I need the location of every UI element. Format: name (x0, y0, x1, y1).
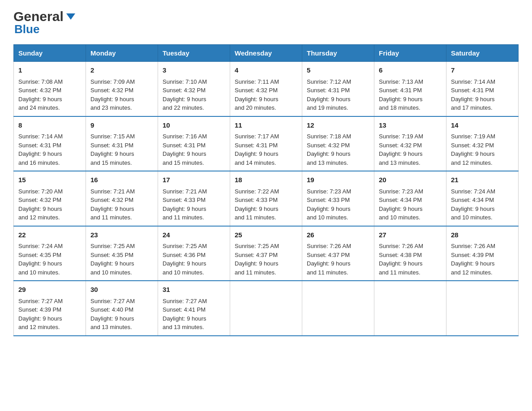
calendar-cell: 22Sunrise: 7:24 AMSunset: 4:35 PMDayligh… (14, 226, 86, 281)
header-saturday: Saturday (446, 45, 519, 62)
day-number: 7 (451, 65, 514, 76)
logo-triangle-icon (64, 10, 77, 22)
day-number: 12 (307, 120, 369, 131)
day-number: 6 (379, 65, 442, 76)
day-info: Sunrise: 7:23 AMSunset: 4:33 PMDaylight:… (307, 188, 351, 221)
svg-marker-0 (66, 13, 75, 20)
calendar-cell: 5Sunrise: 7:12 AMSunset: 4:31 PMDaylight… (302, 62, 374, 116)
calendar-cell: 1Sunrise: 7:08 AMSunset: 4:32 PMDaylight… (14, 62, 86, 116)
day-info: Sunrise: 7:25 AMSunset: 4:36 PMDaylight:… (163, 243, 207, 276)
day-number: 21 (451, 175, 514, 185)
calendar-cell: 29Sunrise: 7:27 AMSunset: 4:39 PMDayligh… (14, 281, 86, 336)
day-info: Sunrise: 7:23 AMSunset: 4:34 PMDaylight:… (379, 188, 423, 221)
day-number: 10 (163, 120, 225, 131)
calendar-cell: 3Sunrise: 7:10 AMSunset: 4:32 PMDaylight… (158, 62, 230, 116)
day-number: 13 (379, 120, 442, 131)
day-number: 25 (235, 230, 297, 240)
day-number: 5 (307, 65, 369, 76)
logo-general-text: General (13, 9, 64, 24)
calendar-cell: 6Sunrise: 7:13 AMSunset: 4:31 PMDaylight… (374, 62, 446, 116)
calendar-week-row: 8Sunrise: 7:14 AMSunset: 4:31 PMDaylight… (14, 116, 519, 171)
day-number: 9 (90, 120, 153, 131)
calendar-cell (374, 281, 446, 336)
header-monday: Monday (86, 45, 158, 62)
day-info: Sunrise: 7:27 AMSunset: 4:40 PMDaylight:… (90, 298, 135, 331)
day-info: Sunrise: 7:12 AMSunset: 4:31 PMDaylight:… (307, 78, 351, 111)
day-number: 1 (18, 65, 81, 76)
day-info: Sunrise: 7:10 AMSunset: 4:32 PMDaylight:… (163, 78, 207, 111)
calendar-cell: 4Sunrise: 7:11 AMSunset: 4:32 PMDaylight… (230, 62, 302, 116)
page-header: General Blue (13, 9, 519, 36)
day-info: Sunrise: 7:26 AMSunset: 4:38 PMDaylight:… (379, 243, 423, 276)
calendar-cell: 17Sunrise: 7:21 AMSunset: 4:33 PMDayligh… (158, 171, 230, 226)
calendar-cell: 25Sunrise: 7:25 AMSunset: 4:37 PMDayligh… (230, 226, 302, 281)
day-number: 28 (451, 230, 514, 240)
calendar-week-row: 1Sunrise: 7:08 AMSunset: 4:32 PMDaylight… (14, 62, 519, 116)
header-thursday: Thursday (302, 45, 374, 62)
day-info: Sunrise: 7:17 AMSunset: 4:31 PMDaylight:… (235, 133, 279, 166)
day-info: Sunrise: 7:15 AMSunset: 4:31 PMDaylight:… (90, 133, 135, 166)
day-number: 15 (18, 175, 81, 185)
day-info: Sunrise: 7:19 AMSunset: 4:32 PMDaylight:… (379, 133, 423, 166)
day-info: Sunrise: 7:18 AMSunset: 4:32 PMDaylight:… (307, 133, 351, 166)
calendar-week-row: 15Sunrise: 7:20 AMSunset: 4:32 PMDayligh… (14, 171, 519, 226)
calendar-cell: 30Sunrise: 7:27 AMSunset: 4:40 PMDayligh… (86, 281, 158, 336)
day-info: Sunrise: 7:14 AMSunset: 4:31 PMDaylight:… (18, 133, 63, 166)
calendar-cell: 7Sunrise: 7:14 AMSunset: 4:31 PMDaylight… (446, 62, 519, 116)
calendar-cell: 27Sunrise: 7:26 AMSunset: 4:38 PMDayligh… (374, 226, 446, 281)
calendar-cell (302, 281, 374, 336)
day-info: Sunrise: 7:14 AMSunset: 4:31 PMDaylight:… (451, 78, 495, 111)
logo-blue-text: Blue (14, 22, 39, 36)
calendar-cell: 31Sunrise: 7:27 AMSunset: 4:41 PMDayligh… (158, 281, 230, 336)
header-wednesday: Wednesday (230, 45, 302, 62)
day-number: 30 (90, 285, 153, 295)
day-info: Sunrise: 7:27 AMSunset: 4:39 PMDaylight:… (18, 298, 63, 331)
day-info: Sunrise: 7:22 AMSunset: 4:33 PMDaylight:… (235, 188, 279, 221)
calendar-week-row: 22Sunrise: 7:24 AMSunset: 4:35 PMDayligh… (14, 226, 519, 281)
calendar-cell: 15Sunrise: 7:20 AMSunset: 4:32 PMDayligh… (14, 171, 86, 226)
calendar-cell: 14Sunrise: 7:19 AMSunset: 4:32 PMDayligh… (446, 116, 519, 171)
calendar-cell: 19Sunrise: 7:23 AMSunset: 4:33 PMDayligh… (302, 171, 374, 226)
calendar-cell: 10Sunrise: 7:16 AMSunset: 4:31 PMDayligh… (158, 116, 230, 171)
header-sunday: Sunday (14, 45, 86, 62)
calendar-cell: 9Sunrise: 7:15 AMSunset: 4:31 PMDaylight… (86, 116, 158, 171)
calendar-header-row: SundayMondayTuesdayWednesdayThursdayFrid… (14, 45, 519, 62)
day-info: Sunrise: 7:13 AMSunset: 4:31 PMDaylight:… (379, 78, 423, 111)
logo: General Blue (13, 9, 77, 36)
calendar-cell: 18Sunrise: 7:22 AMSunset: 4:33 PMDayligh… (230, 171, 302, 226)
calendar-week-row: 29Sunrise: 7:27 AMSunset: 4:39 PMDayligh… (14, 281, 519, 336)
calendar-cell: 20Sunrise: 7:23 AMSunset: 4:34 PMDayligh… (374, 171, 446, 226)
day-info: Sunrise: 7:09 AMSunset: 4:32 PMDaylight:… (90, 78, 135, 111)
day-number: 4 (235, 65, 297, 76)
day-info: Sunrise: 7:24 AMSunset: 4:35 PMDaylight:… (18, 243, 63, 276)
day-info: Sunrise: 7:08 AMSunset: 4:32 PMDaylight:… (18, 78, 63, 111)
calendar-cell (230, 281, 302, 336)
day-number: 17 (163, 175, 225, 185)
day-number: 24 (163, 230, 225, 240)
day-number: 3 (163, 65, 225, 76)
day-info: Sunrise: 7:20 AMSunset: 4:32 PMDaylight:… (18, 188, 63, 221)
day-number: 16 (90, 175, 153, 185)
calendar-cell: 21Sunrise: 7:24 AMSunset: 4:34 PMDayligh… (446, 171, 519, 226)
header-friday: Friday (374, 45, 446, 62)
day-info: Sunrise: 7:11 AMSunset: 4:32 PMDaylight:… (235, 78, 279, 111)
day-number: 18 (235, 175, 297, 185)
header-tuesday: Tuesday (158, 45, 230, 62)
day-info: Sunrise: 7:27 AMSunset: 4:41 PMDaylight:… (163, 298, 207, 331)
day-number: 23 (90, 230, 153, 240)
calendar-cell: 16Sunrise: 7:21 AMSunset: 4:32 PMDayligh… (86, 171, 158, 226)
day-info: Sunrise: 7:21 AMSunset: 4:33 PMDaylight:… (163, 188, 207, 221)
day-info: Sunrise: 7:19 AMSunset: 4:32 PMDaylight:… (451, 133, 495, 166)
calendar-cell: 8Sunrise: 7:14 AMSunset: 4:31 PMDaylight… (14, 116, 86, 171)
calendar-cell: 13Sunrise: 7:19 AMSunset: 4:32 PMDayligh… (374, 116, 446, 171)
day-info: Sunrise: 7:25 AMSunset: 4:37 PMDaylight:… (235, 243, 279, 276)
day-number: 20 (379, 175, 442, 185)
day-number: 11 (235, 120, 297, 131)
day-number: 29 (18, 285, 81, 295)
day-number: 31 (163, 285, 225, 295)
day-number: 2 (90, 65, 153, 76)
day-info: Sunrise: 7:25 AMSunset: 4:35 PMDaylight:… (90, 243, 135, 276)
calendar-cell: 2Sunrise: 7:09 AMSunset: 4:32 PMDaylight… (86, 62, 158, 116)
day-number: 19 (307, 175, 369, 185)
day-number: 8 (18, 120, 81, 131)
